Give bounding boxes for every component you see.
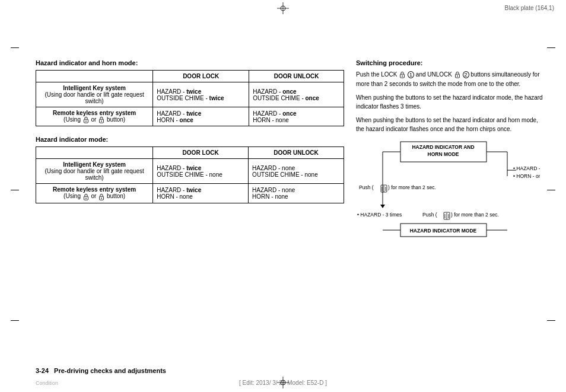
table1-row1-lock: HAZARD - twice OUTSIDE CHIME - twice <box>153 82 249 107</box>
table2-row1-header: Intelligent Key system (Using door handl… <box>36 159 153 184</box>
table1-header-door-lock: DOOR LOCK <box>153 71 249 82</box>
svg-text:Push (: Push ( <box>359 184 374 190</box>
border-mark-right-top <box>547 47 555 48</box>
hazard-horn-table: DOOR LOCK DOOR UNLOCK Intelligent Key sy… <box>36 70 344 126</box>
lock-icon-inline1 <box>399 71 406 78</box>
mode-diagram: HAZARD INDICATOR AND HORN MODE Push ( ) … <box>356 141 540 244</box>
svg-text:• HAZARD - once: • HAZARD - once <box>513 165 540 171</box>
table2-header-door-lock: DOOR LOCK <box>153 147 249 159</box>
table-row: Remote keyless entry system (Using or bu… <box>36 107 344 126</box>
table2-row1-lock: HAZARD - twice OUTSIDE CHIME - none <box>153 159 249 184</box>
table2-row2-header: Remote keyless entry system (Using or bu… <box>36 184 153 203</box>
lock-icon-inline2 <box>454 71 461 78</box>
switching-paragraph3: When pushing the buttons to set the haza… <box>356 116 546 133</box>
table2-header-door-unlock: DOOR UNLOCK <box>249 147 344 159</box>
svg-marker-32 <box>380 205 385 208</box>
unlock-icon <box>98 116 105 123</box>
table1-header-empty <box>36 71 153 82</box>
bottom-crosshair <box>277 377 289 390</box>
svg-point-8 <box>85 197 87 199</box>
border-mark-left-top <box>11 47 19 48</box>
top-crosshair <box>277 2 289 15</box>
table1-row2-unlock: HAZARD - once HORN - none <box>249 107 344 126</box>
page-container: Black plate (164,1) Hazard indicator and… <box>0 0 566 392</box>
switching-paragraph2: When pushing the buttons to set the haza… <box>356 93 546 111</box>
svg-text:HAZARD INDICATOR AND: HAZARD INDICATOR AND <box>412 144 474 150</box>
unlock-icon2 <box>98 193 105 200</box>
table1-header-door-unlock: DOOR UNLOCK <box>249 71 344 82</box>
table1-row1-unlock: HAZARD - once OUTSIDE CHIME - once <box>249 82 344 107</box>
border-mark-left-mid <box>11 190 19 190</box>
footer-condition: Condition <box>36 380 58 386</box>
table2-row2-lock: HAZARD - twice HORN - none <box>153 184 249 203</box>
switching-paragraph1: Push the LOCK 1 and UNLOCK 2 buttons sim… <box>356 70 546 88</box>
page-number: 3-24 <box>36 367 49 374</box>
svg-text:HORN MODE: HORN MODE <box>428 151 459 157</box>
table1-title: Hazard indicator and horn mode: <box>36 59 344 66</box>
lock-icon <box>82 116 90 123</box>
table1-row2-header: Remote keyless entry system (Using or bu… <box>36 107 153 126</box>
svg-text:HAZARD INDICATOR MODE: HAZARD INDICATOR MODE <box>410 228 477 234</box>
border-mark-right-mid <box>547 190 555 190</box>
hazard-indicator-table: DOOR LOCK DOOR UNLOCK Intelligent Key sy… <box>36 146 344 203</box>
content-left: Hazard indicator and horn mode: DOOR LOC… <box>36 59 344 213</box>
border-mark-left-bottom <box>11 320 19 321</box>
table2-title: Hazard indicator mode: <box>36 136 344 143</box>
lock-icon2 <box>82 193 90 200</box>
border-mark-right-bottom <box>547 320 555 321</box>
table-row: Remote keyless entry system (Using or bu… <box>36 184 344 203</box>
table1-row1-header: Intelligent Key system (Using door handl… <box>36 82 153 107</box>
table-row: Intelligent Key system (Using door handl… <box>36 159 344 184</box>
svg-text:) for more than 2 sec.: ) for more than 2 sec. <box>388 184 436 190</box>
svg-text:Push (: Push ( <box>422 212 437 218</box>
table2-row2-unlock: HAZARD - none HORN - none <box>249 184 344 203</box>
page-title: Pre-driving checks and adjustments <box>54 367 166 374</box>
svg-point-14 <box>457 76 458 77</box>
table2-header-empty <box>36 147 153 159</box>
svg-text:• HAZARD - 3 times: • HAZARD - 3 times <box>357 212 402 218</box>
svg-point-12 <box>402 76 403 77</box>
header-plate-info: Black plate (164,1) <box>505 5 554 11</box>
svg-text:• HORN - once: • HORN - once <box>513 173 540 179</box>
svg-point-6 <box>101 121 102 122</box>
table-row: Intelligent Key system (Using door handl… <box>36 82 344 107</box>
switching-title: Switching procedure: <box>356 59 546 66</box>
table1-row2-lock: HAZARD - twice HORN - once <box>153 107 249 126</box>
svg-point-4 <box>85 121 87 122</box>
content-right: Switching procedure: Push the LOCK 1 and… <box>356 59 546 246</box>
table2-row1-unlock: HAZARD - none OUTSIDE CHIME - none <box>249 159 344 184</box>
footer-section: 3-24 Pre-driving checks and adjustments <box>36 367 166 374</box>
svg-point-10 <box>101 197 102 199</box>
svg-text:) for more than 2 sec.: ) for more than 2 sec. <box>451 212 499 218</box>
